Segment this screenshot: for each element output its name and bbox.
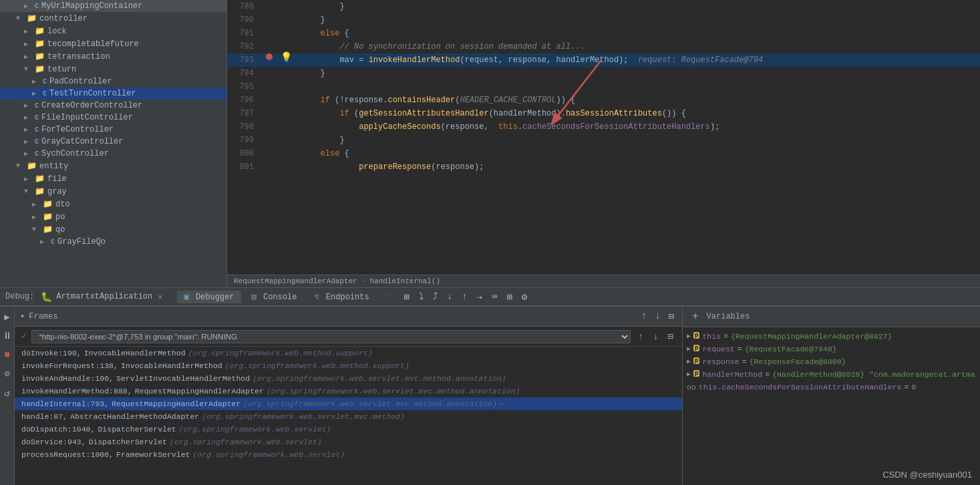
variable-item-4: oo this.cacheSecondsForSessionAttributeH… (683, 381, 980, 393)
run-to-cursor-btn[interactable]: ⇢ (474, 290, 485, 304)
thread-up-btn[interactable]: ↑ (636, 330, 645, 343)
step-up-btn[interactable]: ⤴ (430, 290, 440, 303)
sidebar-item-createordercontroller[interactable]: ▶CCreateOrderController (0, 100, 226, 112)
sidebar-item-entity[interactable]: ▼📁entity (0, 160, 226, 172)
sidebar-item-fortecontroller[interactable]: ▶CForTeController (0, 124, 226, 136)
thread-row: ✓ *http-nio-8002-exec-2*@7,753 in group … (15, 327, 682, 347)
expand-icon[interactable]: ▼ (16, 15, 24, 22)
sidebar-item-fileinputcontroller[interactable]: ▶CFileInputController (0, 112, 226, 124)
expand-icon[interactable]: ▼ (24, 65, 32, 73)
close-tab-icon[interactable]: ✕ (158, 292, 162, 302)
sidebar-item-po[interactable]: ▶📁po (0, 210, 226, 223)
expand-icon[interactable]: ▶ (32, 213, 40, 221)
expand-icon[interactable]: ▶ (24, 27, 32, 35)
expand-icon[interactable]: ▶ (24, 2, 32, 10)
sidebar-item-testturncontroller[interactable]: ▶CTestTurnController (0, 88, 226, 100)
expand-icon[interactable]: ▶ (32, 90, 40, 98)
sidebar-item-dto[interactable]: ▶📁dto (0, 198, 226, 210)
resume-btn[interactable]: ▶ (2, 309, 11, 325)
frame-item-0[interactable]: doInvoke:190, InvocableHandlerMethod (or… (15, 347, 682, 359)
pause-btn[interactable]: ⏸ (1, 329, 14, 343)
step-out-btn[interactable]: ↑ (459, 290, 470, 303)
code-line-796: 796 if (!response.containsHeader(HEADER_… (227, 94, 980, 107)
expand-icon[interactable]: ▶ (24, 102, 32, 110)
thread-down-btn[interactable]: ↓ (651, 330, 660, 343)
frames-down-btn[interactable]: ↓ (652, 309, 663, 323)
thread-filter-btn[interactable]: ⊟ (666, 329, 675, 343)
sidebar-item-tetransaction[interactable]: ▶📁tetransaction (0, 50, 226, 63)
frame-item-8[interactable]: processRequest:1006, FrameworkServlet (o… (15, 448, 682, 461)
frames-expand-icon[interactable]: ▾ (20, 311, 25, 321)
sidebar-item-padcontroller[interactable]: ▶CPadController (0, 75, 226, 88)
thread-selector[interactable]: *http-nio-8002-exec-2*@7,753 in group "m… (31, 330, 631, 343)
expand-icon[interactable]: ▶ (24, 40, 32, 48)
frame-item-1[interactable]: invokeForRequest:138, InvocableHandlerMe… (15, 359, 682, 372)
breadcrumb-sep: › (361, 277, 366, 285)
frame-item-3[interactable]: invokeHandlerMethod:888, RequestMappingH… (15, 385, 682, 397)
mute-btn[interactable]: ⊘ (2, 366, 11, 381)
expand-icon[interactable]: ▶ (24, 150, 32, 158)
tab-console[interactable]: ▤ Console (245, 291, 304, 303)
restore-layout-btn[interactable]: ⊞ (401, 290, 412, 304)
sidebar-item-gray[interactable]: ▼📁gray (0, 185, 226, 198)
console-icon: ▤ (252, 293, 257, 302)
watermark: CSDN @ceshiyuan001 (882, 470, 972, 480)
expand-icon[interactable]: ▶ (24, 126, 32, 134)
debug-app-name[interactable]: ArtmartxtApplication (56, 292, 152, 301)
frames-grid-btn[interactable]: ⊞ (504, 290, 514, 304)
stop-btn[interactable]: ■ (2, 347, 11, 362)
frame-item-4[interactable]: handleInternal:793, RequestMappingHandle… (15, 397, 682, 410)
breadcrumb: RequestMappingHandlerAdapter › handleInt… (227, 275, 980, 287)
step-into-btn[interactable]: ↓ (444, 290, 455, 303)
expand-icon[interactable]: ▶ (40, 238, 48, 246)
expand-icon[interactable]: ▶ (24, 114, 32, 122)
sidebar-item-lock[interactable]: ▶📁lock (0, 25, 226, 37)
breadcrumb-class: RequestMappingHandlerAdapter (234, 277, 357, 285)
breakpoint-793[interactable] (266, 53, 273, 60)
code-line-794: 794 } (227, 67, 980, 80)
debug-current-line-arrow: 💡 (281, 51, 292, 63)
frames-filter-btn[interactable]: ⊟ (666, 309, 677, 323)
expand-icon[interactable]: ▶ (32, 77, 40, 86)
tab-debugger[interactable]: ▣ Debugger (177, 291, 240, 303)
frame-item-7[interactable]: doService:943, DispatcherServlet (org.sp… (15, 436, 682, 448)
add-variable-btn[interactable]: + (688, 309, 703, 324)
expand-icon[interactable]: ▼ (32, 226, 40, 233)
code-line-795: 795 (227, 80, 980, 94)
frame-item-6[interactable]: doDispatch:1040, DispatcherServlet (org.… (15, 423, 682, 436)
step-down-btn[interactable]: ⤵ (416, 290, 426, 303)
variable-expand-0[interactable]: ▶ (687, 332, 691, 340)
sidebar-item-controller[interactable]: ▼📁controller (0, 12, 226, 25)
sidebar-item-graycatcontroller[interactable]: ▶CGrayCatController (0, 136, 226, 148)
code-line-792: 792 // No synchronization on session dem… (227, 40, 980, 53)
frame-item-2[interactable]: invokeAndHandle:106, ServletInvocableHan… (15, 372, 682, 385)
expand-icon[interactable]: ▶ (24, 175, 32, 183)
variable-expand-1[interactable]: ▶ (687, 345, 691, 353)
settings-btn[interactable]: ⚙ (519, 290, 530, 304)
sidebar-item-file[interactable]: ▶📁file (0, 172, 226, 185)
variable-expand-2[interactable]: ▶ (687, 357, 691, 365)
breadcrumb-method: handleInternal() (369, 277, 440, 285)
expand-icon[interactable]: ▶ (24, 53, 32, 61)
sidebar-item-grayfileqo[interactable]: ▶CGrayFileQo (0, 236, 226, 248)
expand-icon[interactable]: ▶ (32, 200, 40, 208)
expand-icon[interactable]: ▼ (24, 188, 32, 195)
sidebar-item-tecompletablefuture[interactable]: ▶📁tecompletablefuture (0, 37, 226, 50)
bottom-panel: ▶ ⏸ ■ ⊘ ↺ ▾ Frames ↑ ↓ ⊟ ✓ *http-nio-800… (0, 306, 980, 485)
sidebar-item-qo[interactable]: ▼📁qo (0, 223, 226, 236)
sidebar-item-sychcontroller[interactable]: ▶CSychController (0, 148, 226, 160)
variable-expand-3[interactable]: ▶ (687, 370, 691, 378)
code-line-801: 801 prepareResponse(response); (227, 160, 980, 174)
variable-item-0: ▶pthis = {RequestMappingHandlerAdapter@8… (683, 330, 980, 343)
endpoints-icon: ↯ (314, 293, 319, 302)
expand-icon[interactable]: ▼ (16, 162, 24, 170)
back-btn[interactable]: ↺ (2, 385, 11, 401)
frame-item-5[interactable]: handle:87, AbstractHandlerMethodAdapter … (15, 410, 682, 423)
variables-header: + Variables (683, 307, 980, 327)
expand-icon[interactable]: ▶ (24, 138, 32, 146)
sidebar-item-teturn[interactable]: ▼📁teturn (0, 63, 226, 75)
sidebar-item-myurlmappingcontainer[interactable]: ▶CMyUrlMappingContainer (0, 0, 226, 12)
tab-endpoints[interactable]: ↯ Endpoints (307, 291, 375, 303)
frames-up-btn[interactable]: ↑ (639, 309, 649, 323)
evaluate-btn[interactable]: ⌨ (489, 290, 500, 304)
